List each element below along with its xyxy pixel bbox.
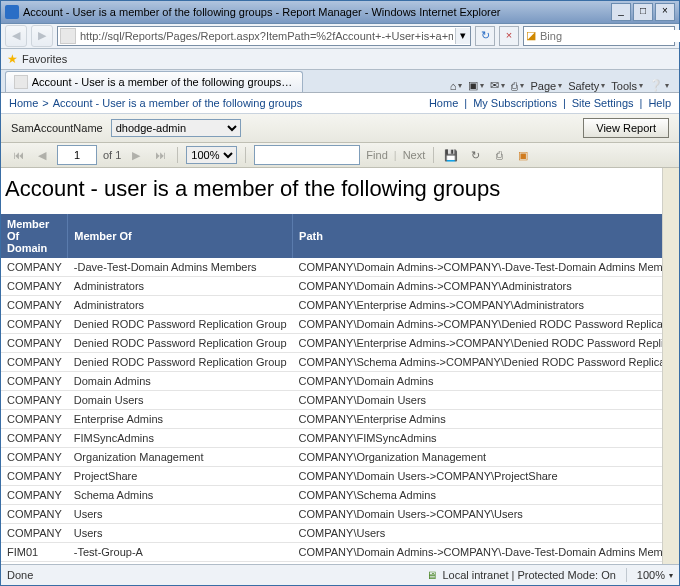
table-row[interactable]: COMPANYOrganization ManagementCOMPANY\Or… bbox=[1, 448, 679, 467]
table-row[interactable]: COMPANYDenied RODC Password Replication … bbox=[1, 353, 679, 372]
maximize-button[interactable]: □ bbox=[633, 3, 653, 21]
mail-icon: ✉ bbox=[490, 79, 499, 92]
table-row[interactable]: COMPANYProjectShareCOMPANY\Domain Users-… bbox=[1, 467, 679, 486]
refresh-icon: ↻ bbox=[471, 149, 480, 162]
home-button[interactable]: ⌂▾ bbox=[450, 80, 463, 92]
table-row[interactable]: COMPANYSchema AdminsCOMPANY\Schema Admin… bbox=[1, 486, 679, 505]
window-title: Account - User is a member of the follow… bbox=[23, 6, 611, 18]
link-mysubs[interactable]: My Subscriptions bbox=[473, 97, 557, 109]
table-row[interactable]: FIM01-Test-Group-ACOMPANY\Domain Admins-… bbox=[1, 543, 679, 562]
browser-window: Account - User is a member of the follow… bbox=[0, 0, 680, 586]
zoom-level[interactable]: 100% bbox=[637, 569, 665, 581]
table-row[interactable]: FIM01-Test-Group-ACOMPANY\Domain Admins-… bbox=[1, 562, 679, 565]
tab-active[interactable]: Account - User is a member of the follow… bbox=[5, 71, 303, 92]
find-button[interactable]: Find bbox=[366, 149, 387, 161]
toolbar-divider bbox=[177, 147, 178, 163]
print-icon: ⎙ bbox=[496, 149, 503, 161]
favorites-bar: ★ Favorites bbox=[1, 49, 679, 70]
address-bar: ◀ ▶ ▾ ↻ × ◪ ▾ bbox=[1, 24, 679, 49]
table-row[interactable]: COMPANYFIMSyncAdminsCOMPANY\FIMSyncAdmin… bbox=[1, 429, 679, 448]
toolbar-print-button[interactable]: ⎙ bbox=[490, 146, 508, 164]
find-input[interactable] bbox=[254, 145, 360, 165]
param-label: SamAccountName bbox=[11, 122, 103, 134]
prev-page-button[interactable]: ◀ bbox=[33, 146, 51, 164]
tab-favicon bbox=[14, 75, 28, 89]
current-page-input[interactable] bbox=[57, 145, 97, 165]
title-bar: Account - User is a member of the follow… bbox=[1, 1, 679, 24]
page-favicon bbox=[60, 28, 76, 44]
breadcrumb-home[interactable]: Home bbox=[9, 97, 38, 109]
home-icon: ⌂ bbox=[450, 80, 457, 92]
minimize-button[interactable]: _ bbox=[611, 3, 631, 21]
stop-button[interactable]: × bbox=[499, 26, 519, 46]
address-input-wrap: ▾ bbox=[57, 26, 471, 46]
table-row[interactable]: COMPANYAdministratorsCOMPANY\Enterprise … bbox=[1, 296, 679, 315]
toolbar-refresh-button[interactable]: ↻ bbox=[466, 146, 484, 164]
table-row[interactable]: COMPANYEnterprise AdminsCOMPANY\Enterpri… bbox=[1, 410, 679, 429]
security-zone: Local intranet | Protected Mode: On bbox=[442, 569, 615, 581]
col-path: Path bbox=[293, 214, 679, 258]
link-site-settings[interactable]: Site Settings bbox=[572, 97, 634, 109]
search-input[interactable] bbox=[538, 30, 680, 42]
address-input[interactable] bbox=[78, 30, 455, 42]
col-member-of: Member Of bbox=[68, 214, 293, 258]
page-content: Home > Account - User is a member of the… bbox=[1, 93, 679, 564]
last-page-button[interactable]: ⏭ bbox=[151, 146, 169, 164]
table-row[interactable]: COMPANYAdministratorsCOMPANY\Domain Admi… bbox=[1, 277, 679, 296]
export-icon: 💾 bbox=[444, 149, 458, 162]
col-member-of-domain: Member Of Domain bbox=[1, 214, 68, 258]
feeds-icon: ▣ bbox=[468, 79, 478, 92]
breadcrumb-sep: > bbox=[42, 97, 48, 109]
favorites-label[interactable]: Favorites bbox=[22, 53, 67, 65]
zoom-select[interactable]: 100% bbox=[186, 146, 237, 164]
table-row[interactable]: COMPANYDenied RODC Password Replication … bbox=[1, 334, 679, 353]
forward-button[interactable]: ▶ bbox=[31, 25, 53, 47]
security-zone-icon: 🖥 bbox=[424, 569, 438, 581]
search-box: ◪ ▾ bbox=[523, 26, 675, 46]
app-icon bbox=[5, 5, 19, 19]
print-icon: ⎙ bbox=[511, 80, 518, 92]
safety-menu[interactable]: Safety▾ bbox=[568, 80, 605, 92]
table-row[interactable]: COMPANYDenied RODC Password Replication … bbox=[1, 315, 679, 334]
breadcrumb-item[interactable]: Account - User is a member of the follow… bbox=[53, 97, 302, 109]
window-buttons: _ □ × bbox=[611, 3, 675, 21]
feeds-button[interactable]: ▣▾ bbox=[468, 79, 484, 92]
table-row[interactable]: COMPANYDomain UsersCOMPANY\Domain Users bbox=[1, 391, 679, 410]
search-provider-icon: ◪ bbox=[526, 29, 536, 43]
tab-bar: Account - User is a member of the follow… bbox=[1, 70, 679, 93]
vertical-scrollbar[interactable] bbox=[662, 168, 679, 564]
report-toolbar: ⏮ ◀ of 1 ▶ ⏭ 100% Find | Next 💾 ↻ ⎙ ▣ bbox=[1, 143, 679, 168]
back-button[interactable]: ◀ bbox=[5, 25, 27, 47]
table-row[interactable]: COMPANYUsersCOMPANY\Domain Users->COMPAN… bbox=[1, 505, 679, 524]
ie-command-bar: ⌂▾ ▣▾ ✉▾ ⎙▾ Page▾ Safety▾ Tools▾ ❔▾ bbox=[444, 79, 675, 92]
print-button[interactable]: ⎙▾ bbox=[511, 80, 524, 92]
table-row[interactable]: COMPANYUsersCOMPANY\Users bbox=[1, 524, 679, 543]
view-report-button[interactable]: View Report bbox=[583, 118, 669, 138]
datafeed-button[interactable]: ▣ bbox=[514, 146, 532, 164]
report-title: Account - user is a member of the follow… bbox=[5, 176, 671, 202]
link-help[interactable]: Help bbox=[648, 97, 671, 109]
zoom-dropdown-icon[interactable]: ▾ bbox=[669, 571, 673, 580]
tab-title: Account - User is a member of the follow… bbox=[32, 76, 294, 88]
close-button[interactable]: × bbox=[655, 3, 675, 21]
report-body[interactable]: Account - user is a member of the follow… bbox=[1, 168, 679, 564]
status-text: Done bbox=[7, 569, 33, 581]
help-button[interactable]: ❔▾ bbox=[649, 79, 669, 92]
first-page-button[interactable]: ⏮ bbox=[9, 146, 27, 164]
tools-menu[interactable]: Tools▾ bbox=[611, 80, 643, 92]
favorites-star-icon[interactable]: ★ bbox=[7, 52, 18, 66]
page-of-label: of 1 bbox=[103, 149, 121, 161]
table-row[interactable]: COMPANY-Dave-Test-Domain Admins MembersC… bbox=[1, 258, 679, 277]
page-menu[interactable]: Page▾ bbox=[530, 80, 562, 92]
table-row[interactable]: COMPANYDomain AdminsCOMPANY\Domain Admin… bbox=[1, 372, 679, 391]
export-button[interactable]: 💾 bbox=[442, 146, 460, 164]
refresh-button[interactable]: ↻ bbox=[475, 26, 495, 46]
link-home[interactable]: Home bbox=[429, 97, 458, 109]
next-page-button[interactable]: ▶ bbox=[127, 146, 145, 164]
mail-button[interactable]: ✉▾ bbox=[490, 79, 505, 92]
param-select[interactable]: dhodge-admin bbox=[111, 119, 241, 137]
report-table: Member Of Domain Member Of Path COMPANY-… bbox=[1, 214, 679, 564]
status-bar: Done 🖥 Local intranet | Protected Mode: … bbox=[1, 564, 679, 585]
address-dropdown[interactable]: ▾ bbox=[455, 28, 470, 44]
find-next-button[interactable]: Next bbox=[403, 149, 426, 161]
